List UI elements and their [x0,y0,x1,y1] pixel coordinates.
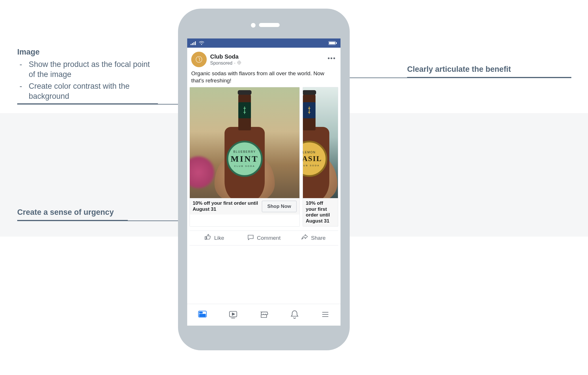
carousel-card-2[interactable]: LEMON BASIL CLUB SODA 10% off your first… [303,87,338,227]
bottle-brand: CLUB SODA [303,164,320,167]
tab-menu[interactable] [320,310,330,320]
like-button[interactable]: Like [189,231,239,245]
bottle-flavor-big: BASIL [303,154,322,163]
annotation-underline [17,103,158,105]
annotation-image: Image Show the product as the focal poin… [17,48,155,103]
like-icon [204,234,211,242]
annotation-urgency: Create a sense of urgency [17,208,114,220]
carousel-card-1[interactable]: BLUEBERRY MINT CLUB SODA 10% off your fi… [189,87,300,227]
tab-notifications[interactable] [290,310,299,320]
phone-frame: Club Soda Sponsored · ••• Organic sodas … [178,9,350,350]
comment-icon [247,234,254,242]
post-caption: Organic sodas with flavors from all over… [187,69,341,87]
post-header: Club Soda Sponsored · ••• [187,48,341,69]
svg-rect-6 [329,42,335,44]
carousel-headline: 10% off your first order until August 31 [306,200,335,224]
ad-carousel[interactable]: BLUEBERRY MINT CLUB SODA 10% off your fi… [187,87,341,227]
page-avatar[interactable] [191,52,207,67]
globe-icon [237,61,241,66]
status-bar [187,38,341,48]
phone-camera-dot [251,23,256,28]
bottle-brand: CLUB SODA [234,165,255,167]
carousel-headline: 10% off your first order until August 31 [193,200,262,212]
phone-speaker [259,23,280,27]
phone-screen: Club Soda Sponsored · ••• Organic sodas … [187,38,341,326]
annotation-leader-line [342,78,407,78]
annotation-image-bullet: Show the product as the focal point of t… [17,59,155,80]
annotation-image-bullet: Create color contrast with the backgroun… [17,81,155,101]
svg-rect-7 [336,42,337,44]
tab-marketplace[interactable] [259,310,269,320]
bottle-flavor-small: BLUEBERRY [233,150,256,153]
bottle-flavor-small: LEMON [303,151,316,154]
shop-now-button[interactable]: Shop Now [262,201,297,212]
share-button[interactable]: Share [289,231,338,245]
carousel-card-image[interactable]: LEMON BASIL CLUB SODA [303,87,338,198]
annotation-benefit-text: Clearly articulate the benefit [407,65,511,74]
svg-rect-3 [195,41,196,45]
sponsored-label: Sponsored · [210,61,241,66]
svg-rect-12 [200,314,206,316]
annotation-image-title: Image [17,48,155,57]
comment-button[interactable]: Comment [239,231,289,245]
annotation-urgency-text: Create a sense of urgency [17,208,114,217]
page-name[interactable]: Club Soda [210,53,241,60]
signal-icon [191,41,196,45]
svg-rect-2 [194,42,194,45]
annotation-underline [407,77,571,78]
svg-rect-11 [200,312,203,313]
more-options-icon[interactable]: ••• [328,55,336,62]
svg-point-8 [196,57,202,63]
social-action-row: Like Comment Share [189,231,338,246]
carousel-card-image[interactable]: BLUEBERRY MINT CLUB SODA [190,87,299,198]
wifi-icon [199,41,204,45]
share-icon [301,234,308,242]
tab-watch[interactable] [228,310,238,320]
battery-icon [328,41,337,45]
bottom-tab-bar [187,304,341,326]
svg-rect-1 [192,43,193,45]
annotation-benefit: Clearly articulate the benefit [407,65,511,77]
bottle-flavor-big: MINT [231,154,259,164]
svg-point-4 [201,44,202,45]
tab-feed[interactable] [198,310,207,320]
annotation-underline [17,220,128,221]
svg-rect-0 [191,44,192,45]
